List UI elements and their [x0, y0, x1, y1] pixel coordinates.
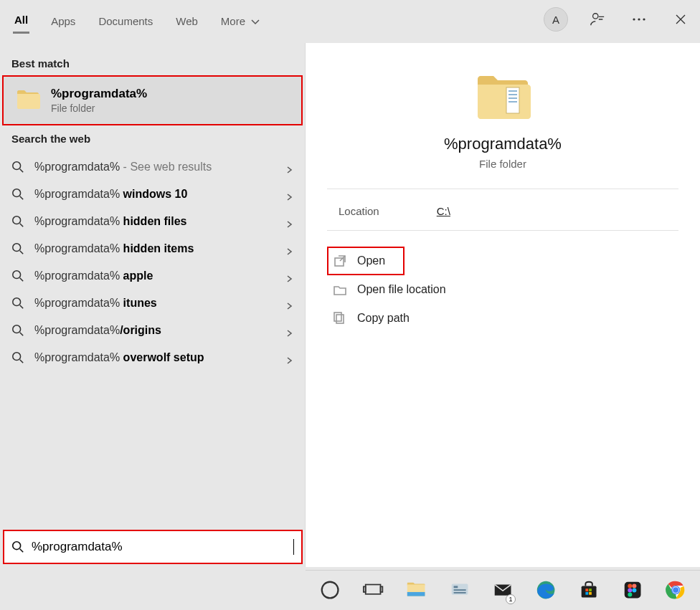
- tab-strip: All Apps Documents Web More: [13, 9, 261, 34]
- file-explorer-icon[interactable]: [405, 578, 427, 603]
- svg-point-42: [628, 593, 632, 597]
- svg-point-21: [322, 582, 339, 599]
- chevron-right-icon: [286, 327, 293, 334]
- chevron-down-icon: [251, 15, 260, 27]
- svg-rect-16: [509, 97, 517, 99]
- search-icon: [11, 324, 24, 337]
- settings-app-icon[interactable]: [448, 578, 471, 603]
- more-options-icon[interactable]: [627, 7, 651, 32]
- svg-point-12: [13, 542, 21, 550]
- suggestion-label: %programdata%/origins: [34, 324, 276, 337]
- location-label: Location: [339, 205, 379, 217]
- location-row: Location C:\: [306, 189, 700, 230]
- suggestion-label: %programdata% apple: [34, 270, 276, 282]
- svg-point-1: [633, 18, 635, 20]
- main-area: Best match %programdata% File folder Sea…: [0, 43, 700, 567]
- svg-rect-15: [509, 94, 517, 95]
- open-action[interactable]: Open: [327, 247, 405, 275]
- chevron-right-icon: [286, 218, 293, 225]
- search-input[interactable]: [32, 540, 289, 554]
- search-icon: [11, 242, 24, 255]
- suggestion-item[interactable]: %programdata% - See web results: [0, 153, 305, 181]
- suggestion-label: %programdata% - See web results: [34, 161, 276, 173]
- open-label: Open: [357, 254, 385, 267]
- svg-rect-32: [582, 586, 597, 598]
- tab-apps[interactable]: Apps: [49, 11, 77, 33]
- chevron-right-icon: [286, 354, 293, 361]
- folder-icon: [473, 72, 532, 123]
- feedback-icon[interactable]: [585, 7, 610, 32]
- chevron-right-icon: [286, 163, 293, 171]
- suggestion-list: %programdata% - See web results %program…: [0, 153, 305, 371]
- text-cursor: [293, 539, 294, 555]
- search-icon: [11, 270, 24, 282]
- svg-rect-20: [334, 313, 341, 321]
- divider: [327, 230, 678, 231]
- suggestion-item[interactable]: %programdata% hidden items: [0, 235, 305, 262]
- mail-badge: 1: [506, 594, 516, 604]
- svg-point-9: [13, 298, 21, 306]
- copy-path-action[interactable]: Copy path: [327, 304, 678, 333]
- top-bar: All Apps Documents Web More A: [0, 0, 700, 43]
- search-icon: [11, 540, 24, 553]
- svg-rect-33: [586, 589, 589, 592]
- location-link[interactable]: C:\: [437, 205, 450, 217]
- svg-rect-34: [589, 589, 592, 592]
- svg-point-3: [643, 18, 645, 20]
- results-panel: Best match %programdata% File folder Sea…: [0, 43, 305, 567]
- svg-rect-17: [509, 101, 517, 103]
- edge-icon[interactable]: [534, 578, 557, 603]
- open-location-label: Open file location: [357, 283, 446, 296]
- copy-path-label: Copy path: [357, 312, 410, 325]
- tab-web[interactable]: Web: [174, 11, 199, 33]
- chevron-right-icon: [286, 300, 293, 307]
- svg-rect-24: [381, 587, 383, 593]
- preview-subtitle: File folder: [479, 158, 526, 170]
- suggestion-label: %programdata% windows 10: [34, 188, 276, 201]
- figma-icon[interactable]: [621, 578, 644, 603]
- best-match-type: File folder: [51, 103, 147, 114]
- svg-point-7: [13, 244, 21, 252]
- best-match-text: %programdata% File folder: [51, 87, 147, 114]
- svg-point-39: [632, 584, 636, 588]
- mail-icon[interactable]: 1: [491, 578, 514, 603]
- preview-title: %programdata%: [444, 135, 562, 153]
- task-view-icon[interactable]: [361, 578, 384, 603]
- best-match-name: %programdata%: [51, 87, 147, 101]
- suggestion-item[interactable]: %programdata% itunes: [0, 290, 305, 317]
- folder-icon: [15, 87, 41, 113]
- svg-point-4: [13, 162, 21, 170]
- action-list: Open Open file location Copy path: [306, 239, 700, 340]
- best-match-result[interactable]: %programdata% File folder: [2, 75, 303, 125]
- chrome-icon[interactable]: [664, 578, 687, 603]
- search-input-box[interactable]: [3, 530, 303, 564]
- svg-rect-23: [364, 587, 366, 593]
- tab-documents[interactable]: Documents: [97, 11, 154, 33]
- close-button[interactable]: [668, 7, 693, 32]
- suggestion-item[interactable]: %programdata% apple: [0, 262, 305, 290]
- suggestion-item[interactable]: %programdata% overwolf setup: [0, 344, 305, 371]
- suggestion-label: %programdata% overwolf setup: [34, 351, 276, 364]
- svg-point-46: [673, 588, 678, 594]
- svg-point-38: [628, 584, 632, 588]
- suggestion-item[interactable]: %programdata% hidden files: [0, 208, 305, 235]
- avatar[interactable]: A: [544, 7, 568, 32]
- search-icon: [11, 297, 24, 310]
- search-icon: [11, 161, 24, 173]
- cortana-icon[interactable]: [318, 578, 341, 603]
- suggestion-item[interactable]: %programdata%/origins: [0, 317, 305, 344]
- svg-rect-19: [336, 315, 344, 323]
- open-file-location-action[interactable]: Open file location: [327, 275, 678, 304]
- svg-point-6: [13, 216, 21, 224]
- microsoft-store-icon[interactable]: [577, 578, 600, 603]
- svg-point-40: [628, 588, 632, 593]
- svg-rect-25: [407, 592, 425, 596]
- svg-point-0: [593, 14, 598, 19]
- top-right-controls: A: [544, 7, 693, 32]
- tab-all[interactable]: All: [13, 9, 29, 34]
- suggestion-item[interactable]: %programdata% windows 10: [0, 181, 305, 208]
- svg-rect-35: [586, 592, 589, 595]
- taskbar: 1: [306, 570, 700, 610]
- tab-more[interactable]: More: [219, 11, 261, 33]
- chevron-right-icon: [286, 245, 293, 252]
